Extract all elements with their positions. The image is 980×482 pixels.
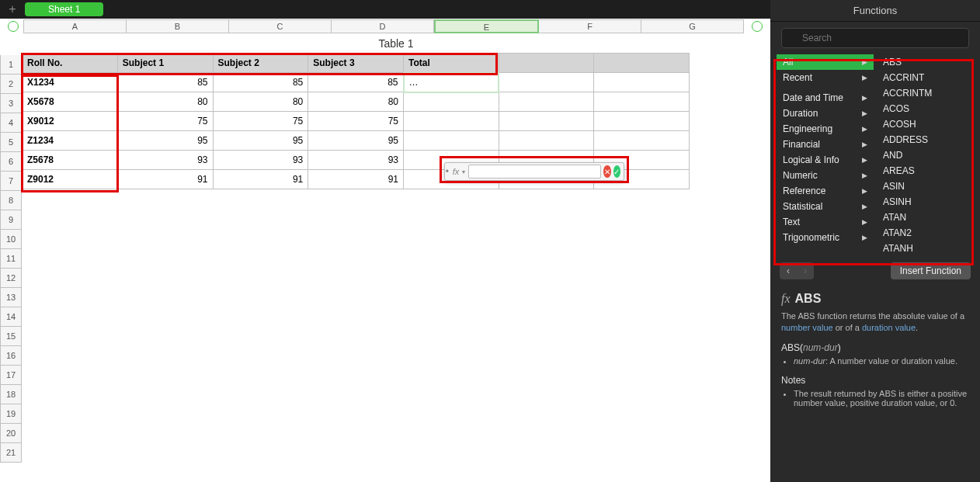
row-header-15[interactable]: 15 (0, 327, 22, 346)
cell[interactable] (499, 112, 594, 131)
cell[interactable] (499, 73, 594, 92)
cell[interactable]: X5678 (23, 92, 118, 112)
header-cell[interactable]: Total (404, 54, 499, 73)
cell[interactable]: X1234 (23, 73, 118, 92)
row-header-12[interactable]: 12 (0, 269, 22, 288)
row-header-5[interactable]: 5 (0, 133, 22, 152)
function-item[interactable]: ACCRINT (877, 70, 974, 85)
cell[interactable]: … (404, 73, 499, 92)
category-item[interactable]: Logical & Info▶ (777, 152, 874, 168)
formula-input[interactable] (468, 165, 601, 179)
header-cell[interactable] (499, 54, 594, 73)
col-header-F[interactable]: F (539, 19, 641, 33)
cell[interactable] (594, 92, 690, 112)
row-header-17[interactable]: 17 (0, 366, 22, 385)
cell[interactable] (404, 131, 499, 151)
insert-function-button[interactable]: Insert Function (891, 262, 971, 279)
cell[interactable]: 85 (117, 73, 213, 92)
table-row[interactable]: X5678808080 (23, 92, 690, 112)
link-duration-value[interactable]: duration value (862, 323, 916, 332)
grid-area[interactable]: Table 1 Roll No.Subject 1Subject 2Subjec… (22, 34, 770, 463)
row-header-2[interactable]: 2 (0, 75, 22, 94)
row-header-4[interactable]: 4 (0, 113, 22, 133)
category-item[interactable]: All▶ (777, 54, 874, 70)
row-header-7[interactable]: 7 (0, 172, 22, 191)
function-item[interactable]: AREAS (877, 163, 974, 179)
cell[interactable] (404, 92, 499, 112)
category-list[interactable]: All▶Recent▶Date and Time▶Duration▶Engine… (777, 54, 874, 256)
row-header-13[interactable]: 13 (0, 288, 22, 307)
category-item[interactable]: Recent▶ (777, 70, 874, 85)
col-handle-icon[interactable] (752, 21, 763, 32)
category-item[interactable]: Trigonometric▶ (777, 230, 874, 245)
row-handle-icon[interactable] (8, 21, 19, 32)
row-header-14[interactable]: 14 (0, 307, 22, 327)
cell[interactable]: 85 (213, 73, 308, 92)
cell[interactable]: 95 (117, 131, 213, 151)
header-cell[interactable]: Roll No. (23, 54, 118, 73)
category-item[interactable]: Text▶ (777, 214, 874, 230)
category-item[interactable]: Numeric▶ (777, 168, 874, 183)
cell[interactable] (404, 112, 499, 131)
cell[interactable]: 80 (308, 92, 404, 112)
cell[interactable]: 93 (117, 151, 213, 170)
col-header-E[interactable]: E (434, 19, 539, 33)
row-header-18[interactable]: 18 (0, 385, 22, 404)
row-header-20[interactable]: 20 (0, 424, 22, 443)
table-row[interactable]: X9012757575 (23, 112, 690, 131)
function-item[interactable]: ADDRESS (877, 132, 974, 147)
formula-cancel-button[interactable]: ✕ (603, 165, 610, 178)
cell[interactable]: 75 (308, 112, 404, 131)
cell[interactable] (594, 73, 690, 92)
cell[interactable]: 80 (213, 92, 308, 112)
cell[interactable]: 80 (117, 92, 213, 112)
category-item[interactable]: Financial▶ (777, 137, 874, 152)
col-header-B[interactable]: B (127, 19, 229, 33)
formula-accept-button[interactable]: ✓ (613, 165, 620, 178)
cell[interactable]: 93 (308, 151, 404, 170)
col-header-A[interactable]: A (23, 19, 127, 33)
category-item[interactable]: Reference▶ (777, 183, 874, 199)
cell[interactable]: Z1234 (23, 131, 118, 151)
cell[interactable]: 75 (213, 112, 308, 131)
function-item[interactable]: ASIN (877, 179, 974, 194)
add-sheet-button[interactable]: + (6, 2, 19, 16)
row-header-9[interactable]: 9 (0, 210, 22, 230)
cell[interactable]: 91 (308, 170, 404, 189)
row-header-10[interactable]: 10 (0, 230, 22, 249)
function-item[interactable]: ATAN (877, 210, 974, 225)
row-header-6[interactable]: 6 (0, 152, 22, 172)
category-item[interactable]: Date and Time▶ (777, 90, 874, 106)
col-header-D[interactable]: D (332, 19, 434, 33)
function-item[interactable]: ASINH (877, 194, 974, 210)
cell[interactable]: 93 (213, 151, 308, 170)
category-item[interactable]: Duration▶ (777, 106, 874, 121)
category-item[interactable]: Engineering▶ (777, 121, 874, 137)
header-cell[interactable]: Subject 3 (308, 54, 404, 73)
row-header-1[interactable]: 1 (0, 55, 22, 75)
category-item[interactable]: Statistical▶ (777, 199, 874, 214)
col-header-C[interactable]: C (229, 19, 332, 33)
header-cell[interactable]: Subject 2 (213, 54, 308, 73)
row-header-3[interactable]: 3 (0, 94, 22, 113)
row-header-21[interactable]: 21 (0, 443, 22, 463)
header-cell[interactable] (594, 54, 690, 73)
cell[interactable]: 95 (213, 131, 308, 151)
function-item[interactable]: ATAN2 (877, 225, 974, 241)
cell[interactable]: 95 (308, 131, 404, 151)
function-item[interactable]: ACOSH (877, 116, 974, 132)
cell[interactable] (499, 131, 594, 151)
function-search-input[interactable] (781, 28, 969, 48)
function-item[interactable]: AND (877, 147, 974, 163)
cell[interactable]: 91 (213, 170, 308, 189)
table-row[interactable]: X1234858585… (23, 73, 690, 92)
cell[interactable]: 75 (117, 112, 213, 131)
cell[interactable]: Z5678 (23, 151, 118, 170)
row-header-16[interactable]: 16 (0, 346, 22, 366)
cell[interactable]: 85 (308, 73, 404, 92)
cell[interactable]: 91 (117, 170, 213, 189)
sheet-tab-1[interactable]: Sheet 1 (25, 2, 103, 16)
header-cell[interactable]: Subject 1 (117, 54, 213, 73)
nav-back-button[interactable]: ‹ (780, 262, 797, 279)
col-header-G[interactable]: G (641, 19, 744, 33)
